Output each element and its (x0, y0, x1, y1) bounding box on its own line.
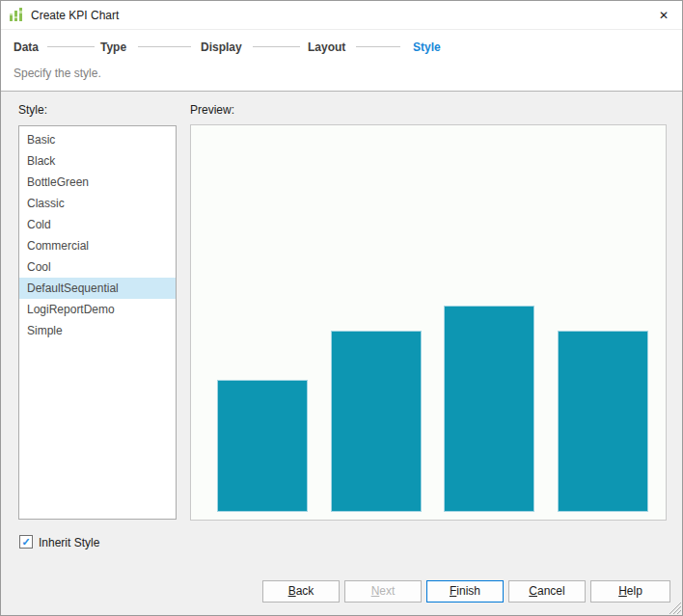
finish-button[interactable]: Finish (426, 580, 504, 603)
style-item-black[interactable]: Black (19, 150, 176, 172)
preview-label: Preview: (190, 103, 234, 117)
style-item-defaultsequential[interactable]: DefaultSequential (19, 278, 176, 299)
cancel-button[interactable]: Cancel (508, 580, 586, 603)
help-button[interactable]: Help (590, 580, 670, 603)
resize-grip[interactable] (669, 602, 681, 614)
wizard-step-layout[interactable]: Layout (308, 40, 345, 54)
cancel-button-mnemonic: C (529, 584, 537, 598)
style-item-cool[interactable]: Cool (19, 256, 176, 278)
finish-button-label: inish (456, 584, 480, 598)
style-item-logireportdemo[interactable]: LogiReportDemo (19, 299, 176, 320)
style-listbox: Basic Black BottleGreen Classic Cold Com… (18, 125, 177, 520)
next-button: Next (344, 580, 422, 603)
next-button-label: ext (379, 584, 395, 598)
style-item-basic[interactable]: Basic (19, 129, 176, 150)
help-button-mnemonic: H (618, 584, 627, 598)
step-description: Specify the style. (14, 67, 101, 80)
preview-bar (331, 331, 422, 512)
style-item-simple[interactable]: Simple (19, 320, 176, 341)
close-icon[interactable]: ✕ (656, 8, 671, 23)
back-button[interactable]: Back (262, 580, 340, 603)
wizard-step-type[interactable]: Type (100, 40, 126, 54)
step-connector (47, 46, 95, 47)
step-connector (356, 46, 400, 47)
step-connector (138, 46, 191, 47)
style-item-commercial[interactable]: Commercial (19, 235, 176, 256)
inherit-style-label[interactable]: Inherit Style (39, 536, 99, 549)
check-icon: ✓ (21, 536, 30, 548)
titlebar[interactable]: Create KPI Chart ✕ (1, 1, 682, 30)
style-item-bottlegreen[interactable]: BottleGreen (19, 172, 176, 193)
window-title: Create KPI Chart (31, 9, 119, 22)
inherit-style-checkbox[interactable]: ✓ (19, 535, 33, 549)
preview-bar (444, 306, 534, 512)
kpi-chart-icon (9, 8, 24, 23)
style-item-classic[interactable]: Classic (19, 193, 176, 214)
wizard-step-style[interactable]: Style (413, 40, 441, 54)
preview-chart (190, 124, 667, 521)
back-button-mnemonic: B (288, 584, 296, 598)
create-kpi-chart-dialog: Create KPI Chart ✕ Data Type Display Lay… (0, 0, 683, 616)
preview-bar (558, 331, 648, 512)
cancel-button-label: ancel (537, 584, 565, 598)
dialog-header: Create KPI Chart ✕ Data Type Display Lay… (1, 1, 682, 92)
back-button-label: ack (296, 584, 314, 598)
step-connector (253, 46, 300, 47)
style-list-label: Style: (18, 103, 47, 117)
help-button-label: elp (627, 584, 642, 598)
wizard-step-display[interactable]: Display (201, 40, 242, 54)
wizard-step-data[interactable]: Data (14, 40, 39, 54)
preview-bar (217, 380, 308, 512)
style-item-cold[interactable]: Cold (19, 214, 176, 235)
